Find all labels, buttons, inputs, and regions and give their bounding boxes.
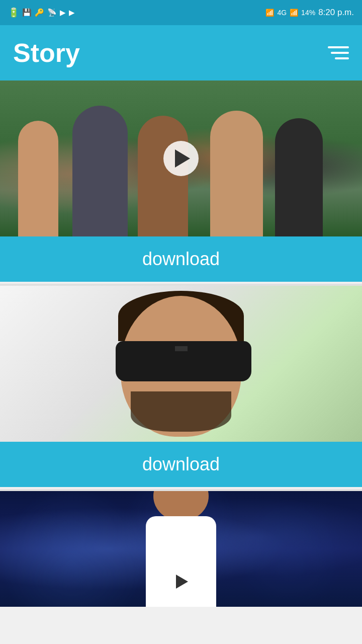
cast-connected-icon: 📶 [265, 9, 274, 17]
battery-charging-icon: 🔋 [8, 7, 19, 18]
photo-frame-2 [0, 286, 362, 442]
play-button-3[interactable] [166, 567, 196, 597]
sunglasses-bridge [175, 346, 188, 351]
play-triangle-icon-1 [175, 149, 190, 168]
memory-icon: 💾 [22, 8, 32, 17]
story-card-1: download [0, 80, 362, 282]
menu-line-3 [335, 57, 349, 59]
battery-percent: 14% [301, 9, 315, 17]
download-button-2[interactable]: download [0, 442, 362, 487]
content-area: download download [0, 80, 362, 607]
app-title: Story [13, 38, 80, 68]
menu-line-1 [328, 46, 349, 48]
download-label-2: download [142, 454, 220, 475]
person-5 [275, 118, 323, 236]
key-icon: 🔑 [35, 8, 44, 17]
person-3 [138, 116, 188, 236]
app-bar: Story [0, 25, 362, 80]
menu-button[interactable] [328, 46, 349, 59]
video-frame-1 [0, 80, 362, 236]
cast-icon: 📡 [47, 8, 57, 17]
video-frame-3 [0, 491, 362, 607]
photo-thumbnail-2 [0, 286, 362, 442]
play-triangle-icon-3 [176, 575, 188, 589]
download-button-1[interactable]: download [0, 236, 362, 282]
youtube-icon: ▶ [60, 8, 66, 17]
face-container [90, 286, 272, 442]
story-card-3 [0, 491, 362, 607]
status-left-icons: 🔋 💾 🔑 📡 ▶ ▶ [8, 7, 75, 18]
person-2 [72, 106, 128, 236]
time: 8:20 p.m. [318, 8, 354, 18]
signal-icon: 📶 [290, 9, 298, 17]
play-button-1[interactable] [163, 141, 199, 176]
download-label-1: download [142, 249, 220, 270]
network-type: 4G [277, 9, 287, 17]
video-thumbnail-3[interactable] [0, 491, 362, 607]
youtube2-icon: ▶ [69, 8, 75, 17]
story-card-2: download [0, 286, 362, 487]
person-1 [18, 121, 58, 236]
status-bar: 🔋 💾 🔑 📡 ▶ ▶ 📶 4G 📶 14% 8:20 p.m. [0, 0, 362, 25]
beard [131, 391, 231, 432]
status-right-info: 📶 4G 📶 14% 8:20 p.m. [265, 8, 354, 18]
menu-line-2 [331, 52, 349, 54]
person-4 [210, 111, 263, 236]
video-thumbnail-1[interactable] [0, 80, 362, 236]
